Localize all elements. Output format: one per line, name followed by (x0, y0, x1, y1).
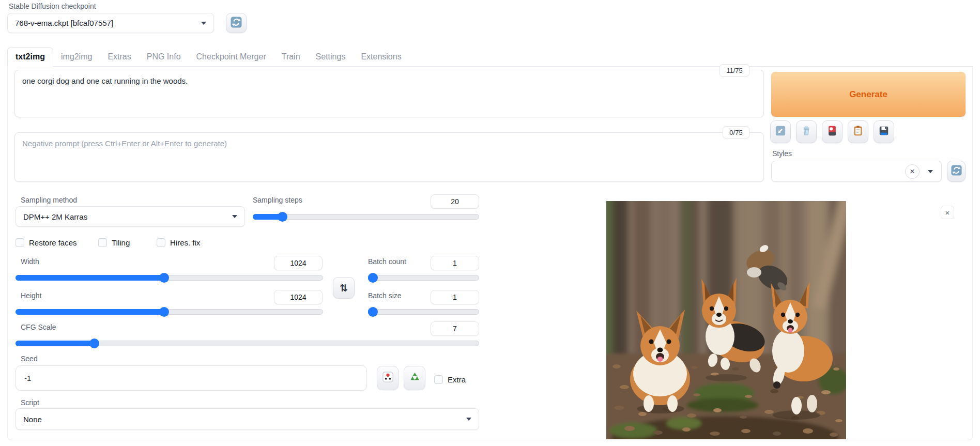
recycle-icon (409, 371, 421, 385)
refresh-icon (951, 164, 962, 178)
slider-fill (16, 309, 164, 315)
batch-size-input[interactable] (431, 290, 479, 304)
prompt-box: one corgi dog and one cat running in the… (14, 70, 764, 117)
chevron-down-icon (466, 418, 471, 421)
generate-button[interactable]: Generate (771, 72, 966, 117)
tab-train[interactable]: Train (274, 48, 308, 66)
negative-prompt-input[interactable] (15, 133, 763, 181)
sampling-method-dropdown[interactable]: DPM++ 2M Karras (16, 206, 245, 227)
hires-fix-label: Hires. fix (170, 238, 200, 247)
restore-faces-checkbox[interactable] (16, 238, 24, 247)
batch-count-input[interactable] (431, 256, 479, 270)
batch-count-label: Batch count (368, 257, 406, 266)
width-slider[interactable] (16, 275, 323, 281)
sampling-steps-input[interactable] (431, 194, 479, 209)
dice-icon (382, 371, 394, 385)
chevron-down-icon (928, 170, 933, 173)
batch-count-slider[interactable] (368, 275, 479, 281)
height-input[interactable] (274, 290, 323, 304)
tab-settings[interactable]: Settings (308, 48, 354, 66)
batch-size-slider[interactable] (368, 309, 479, 315)
sampling-method-value: DPM++ 2M Karras (23, 212, 87, 221)
width-input[interactable] (274, 256, 323, 270)
save-style-button[interactable] (874, 120, 894, 143)
close-image-button[interactable]: × (941, 206, 954, 219)
tab-png-info[interactable]: PNG Info (139, 48, 189, 66)
width-label: Width (21, 257, 39, 266)
refresh-icon (230, 16, 242, 30)
slider-thumb[interactable] (89, 339, 99, 348)
prompt-token-counter: 11/75 (719, 64, 749, 77)
tab-txt2img[interactable]: txt2img (7, 47, 53, 67)
script-label: Script (21, 398, 39, 407)
main-tabs: txt2img img2img Extras PNG Info Checkpoi… (7, 47, 973, 67)
negative-prompt-box (14, 132, 764, 182)
height-slider[interactable] (16, 309, 323, 315)
tab-img2img[interactable]: img2img (53, 48, 100, 66)
save-icon (878, 125, 890, 139)
checkpoint-label: Stable Diffusion checkpoint (9, 2, 96, 10)
tab-extensions[interactable]: Extensions (353, 48, 409, 66)
chevron-down-icon (201, 22, 206, 25)
checkpoint-refresh-button[interactable] (226, 13, 247, 33)
extra-seed-label: Extra (448, 375, 466, 384)
swap-dimensions-button[interactable]: ⇅ (333, 277, 355, 299)
hires-fix-checkbox[interactable] (157, 238, 165, 247)
sampling-method-label: Sampling method (21, 196, 77, 204)
card-icon (826, 125, 838, 139)
sampling-steps-label: Sampling steps (253, 196, 302, 204)
corgi-forest-illustration (606, 201, 846, 439)
seed-input[interactable] (16, 366, 366, 390)
close-icon: × (945, 208, 950, 217)
slider-fill (16, 275, 164, 281)
styles-refresh-button[interactable] (947, 161, 966, 182)
clipboard-icon (852, 125, 864, 139)
negative-token-counter: 0/75 (723, 126, 749, 139)
apply-styles-button[interactable] (848, 120, 868, 143)
paste-generation-params-button[interactable] (770, 120, 791, 143)
extra-networks-button[interactable] (822, 120, 843, 143)
slider-thumb[interactable] (368, 273, 378, 283)
seed-label: Seed (21, 355, 38, 363)
extra-seed-checkbox[interactable] (434, 375, 443, 384)
slider-thumb[interactable] (159, 307, 169, 317)
random-seed-button[interactable] (377, 366, 399, 390)
height-label: Height (21, 291, 41, 300)
stable-diffusion-webui: Stable Diffusion checkpoint 768-v-ema.ck… (0, 0, 980, 446)
trash-icon (801, 125, 812, 139)
script-dropdown[interactable]: None (16, 408, 479, 430)
chevron-down-icon (232, 215, 237, 218)
batch-size-label: Batch size (368, 291, 402, 300)
tab-extras[interactable]: Extras (100, 48, 139, 66)
close-icon: × (910, 167, 914, 176)
cfg-scale-input[interactable] (431, 321, 479, 336)
slider-fill (16, 341, 94, 346)
clear-prompt-button[interactable] (796, 120, 817, 143)
prompt-input[interactable]: one corgi dog and one cat running in the… (15, 70, 763, 117)
styles-label: Styles (772, 149, 792, 158)
styles-dropdown[interactable]: × (771, 161, 942, 182)
tab-checkpoint-merger[interactable]: Checkpoint Merger (189, 48, 274, 66)
cfg-scale-label: CFG Scale (21, 323, 56, 331)
cfg-scale-slider[interactable] (16, 341, 479, 346)
checkpoint-dropdown[interactable]: 768-v-ema.ckpt [bfcaf07557] (7, 13, 214, 33)
tiling-label: Tiling (112, 238, 130, 247)
generated-image[interactable] (606, 201, 846, 439)
styles-clear-button[interactable]: × (905, 164, 920, 179)
script-value: None (23, 415, 42, 424)
restore-faces-label: Restore faces (29, 238, 77, 247)
slider-thumb[interactable] (278, 212, 287, 222)
checkpoint-value: 768-v-ema.ckpt [bfcaf07557] (15, 19, 113, 27)
sampling-steps-slider[interactable] (253, 214, 479, 220)
seed-input-box (16, 365, 367, 391)
paste-arrow-icon (775, 125, 786, 139)
swap-icon: ⇅ (340, 282, 348, 294)
slider-thumb[interactable] (159, 273, 169, 283)
slider-thumb[interactable] (368, 307, 378, 317)
reuse-seed-button[interactable] (404, 366, 425, 390)
tiling-checkbox[interactable] (98, 238, 107, 247)
